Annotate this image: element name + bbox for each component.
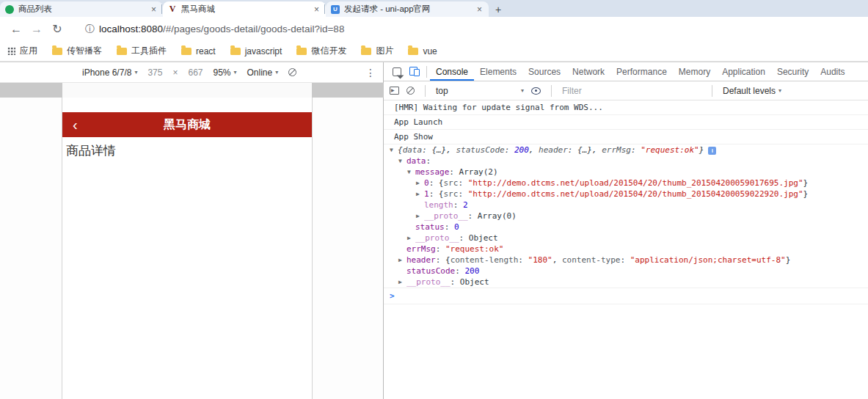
log-segment: } [786,255,791,265]
tab-console[interactable]: Console [430,62,474,81]
folder-icon [408,48,418,55]
divider [426,66,427,78]
device-select[interactable]: iPhone 6/7/8▾ [82,67,137,78]
bookmark-label: 微信开发 [311,45,346,57]
expander-icon[interactable]: ▶ [416,188,424,200]
log-segment: header [539,145,568,155]
close-icon[interactable]: × [313,5,321,14]
app-title: 黑马商城 [62,117,312,133]
log-segment: statusCode [456,145,505,155]
log-segment: "180" [528,255,552,265]
log-segment: : [620,255,630,265]
console-prompt-chevron[interactable]: > [390,291,395,301]
execution-context-select[interactable]: top▾ [436,86,524,96]
browser-tab-heima-mall[interactable]: V 黑马商城 × [163,1,326,17]
console-log-row: ▶0: {src: "http://demo.dtcms.net/upload/… [384,177,868,188]
tab-security[interactable]: Security [771,62,814,81]
bookmark-folder[interactable]: 微信开发 [296,45,346,57]
log-levels-select[interactable]: Default levels▾ [723,86,781,96]
log-segment: } [803,178,809,188]
log-segment: : [458,178,467,188]
folder-icon [52,48,62,55]
tab-elements[interactable]: Elements [474,62,522,81]
throttling-select[interactable]: Online▾ [247,67,279,78]
bookmark-folder[interactable]: vue [408,46,437,56]
log-segment: : [445,222,454,232]
viewport-width-field[interactable]: 375 [147,67,162,78]
console-filter-input[interactable] [562,86,701,96]
page-info-icon[interactable]: ⓘ [85,23,95,36]
bookmark-folder[interactable]: javascript [230,46,282,56]
log-segment: Object [460,277,489,287]
toggle-device-toolbar-icon[interactable] [406,62,423,81]
forward-icon[interactable]: → [26,23,47,36]
throttling-value: Online [247,67,273,78]
log-segment: : [449,167,459,177]
bookmark-folder[interactable]: react [181,46,216,56]
log-segment: src [444,189,459,199]
log-text: [HMR] Waiting for update signal from WDS… [394,103,603,112]
log-segment: : [458,189,467,199]
tab-audits[interactable]: Audits [814,62,850,81]
expander-icon[interactable]: ▼ [407,166,415,177]
browser-window: 商品列表 × V 黑马商城 × U 发起请求 - uni-app官网 × + ←… [0,0,868,399]
bookmark-folder[interactable]: 图片 [361,45,393,57]
live-expression-eye-icon[interactable] [531,87,541,95]
console-log-row: ▶__proto__: Array(0) [384,211,868,222]
reload-icon[interactable]: ↻ [47,22,68,36]
close-icon[interactable]: × [475,5,484,14]
tab-favicon [5,5,14,14]
log-segment: "http://demo.dtcms.net/upload/201504/20/… [468,189,803,199]
device-toolbar: iPhone 6/7/8▾ 375 × 667 95%▾ Online▾ ⋮ [0,62,383,83]
device-emulation-pane: iPhone 6/7/8▾ 375 × 667 95%▾ Online▾ ⋮ ‹… [0,62,384,399]
log-segment: length [424,200,453,210]
expander-icon[interactable]: ▶ [398,255,406,266]
chevron-down-icon: ▾ [778,87,781,94]
console-log-row: ▶1: {src: "http://demo.dtcms.net/upload/… [384,188,868,200]
resize-handle-right[interactable] [312,83,384,98]
chevron-down-icon: ▾ [521,87,524,94]
tab-network[interactable]: Network [566,62,610,81]
expander-icon[interactable]: ▶ [407,233,415,244]
expander-icon[interactable]: ▼ [398,155,406,166]
tab-performance[interactable]: Performance [610,62,673,81]
bookmark-folder[interactable]: 传智播客 [52,45,102,57]
back-icon[interactable]: ← [6,23,26,36]
new-tab-button[interactable]: + [489,1,508,17]
expander-icon[interactable]: ▶ [416,211,424,222]
bookmark-folder[interactable]: 工具插件 [117,45,167,57]
browser-tab-uniapp-docs[interactable]: U 发起请求 - uni-app官网 × [326,1,489,17]
log-levels-value: Default levels [723,86,776,96]
browser-tab-goods-list[interactable]: 商品列表 × [0,1,163,17]
resize-handle-left[interactable] [0,83,62,98]
expander-icon[interactable]: ▼ [390,144,398,155]
log-segment: : [436,244,445,254]
close-icon[interactable]: × [150,5,158,14]
zoom-select[interactable]: 95%▾ [213,67,236,78]
info-icon[interactable]: i [708,147,716,155]
clear-console-icon[interactable] [406,87,415,95]
tab-memory[interactable]: Memory [673,62,716,81]
log-segment: errMsg [406,244,436,254]
log-segment: "request:ok" [445,244,503,254]
tab-sources[interactable]: Sources [522,62,566,81]
tab-application[interactable]: Application [716,62,771,81]
folder-icon [361,48,371,55]
expander-icon[interactable]: ▶ [398,277,406,288]
expander-icon[interactable]: ▶ [416,177,424,188]
no-throttling-icon[interactable] [288,68,296,76]
inspect-element-icon[interactable] [388,62,406,81]
console-log-row: [HMR] Waiting for update signal from WDS… [384,100,868,115]
back-chevron-icon[interactable]: ‹ [73,117,78,132]
log-segment: } [803,189,809,199]
device-stage: ‹ 黑马商城 商品详情 [0,98,383,399]
more-options-icon[interactable]: ⋮ [365,67,376,78]
console-log-row: ▼{data: {…}, statusCode: 200, header: {…… [384,144,868,155]
url-text[interactable]: localhost:8080/#/pages/goods-detail/good… [99,23,344,34]
console-log-row: App Show [384,130,868,144]
log-segment: src [444,178,459,188]
log-segment: "http://demo.dtcms.net/upload/201504/20/… [468,178,803,188]
bookmark-apps[interactable]: 应用 [7,45,37,57]
viewport-height-field[interactable]: 667 [188,67,203,78]
console-sidebar-toggle-icon[interactable] [390,87,399,95]
